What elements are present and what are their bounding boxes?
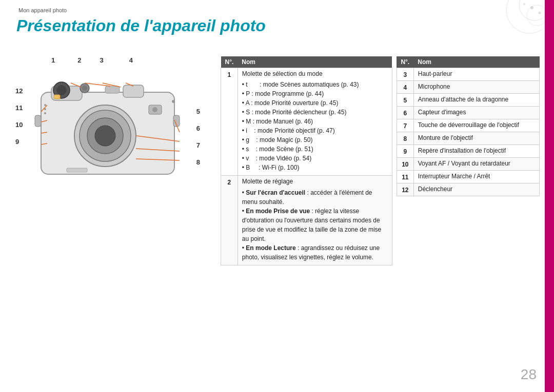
left-table-nom-header: Nom bbox=[238, 56, 392, 68]
table-row: 1 Molette de sélection du mode t : mode … bbox=[221, 68, 392, 176]
svg-point-14 bbox=[95, 126, 115, 146]
row-5-num: 5 bbox=[397, 94, 413, 107]
svg-rect-27 bbox=[67, 168, 87, 172]
bold-text: En mode Prise de vue bbox=[246, 208, 310, 215]
svg-point-2 bbox=[527, 5, 545, 26]
diagram-label-3: 3 bbox=[100, 56, 103, 64]
table-row: 6 Capteur d'images bbox=[397, 107, 539, 119]
table-row: 12 Déclencheur bbox=[397, 183, 539, 196]
bullet-item: B : Wi-Fi (p. 100) bbox=[242, 163, 388, 172]
table-row: 7 Touche de déverrouillage de l'objectif bbox=[397, 119, 539, 132]
right-table: N°. Nom 3 Haut-parleur 4 Microphone 5 An… bbox=[397, 56, 540, 361]
row-1-title: Molette de sélection du mode bbox=[242, 70, 388, 77]
bullet-item: i : mode Priorité objectif (p. 47) bbox=[242, 126, 388, 135]
svg-point-17 bbox=[44, 104, 46, 106]
diagram-label-8: 8 bbox=[196, 158, 200, 166]
table-row: 8 Monture de l'objectif bbox=[397, 132, 539, 145]
svg-point-1 bbox=[519, 0, 545, 20]
table-row: 3 Haut-parleur bbox=[397, 68, 539, 81]
diagram-label-5: 5 bbox=[196, 108, 200, 115]
row-2-title: Molette de réglage bbox=[242, 178, 388, 185]
left-table: N°. Nom 1 Molette de sélection du mode t… bbox=[221, 56, 392, 361]
row-1-content: Molette de sélection du mode t : mode Sc… bbox=[238, 68, 392, 176]
left-table-num-header: N°. bbox=[221, 56, 238, 68]
row-2-num: 2 bbox=[221, 176, 238, 265]
row-12-num: 12 bbox=[397, 183, 413, 196]
bold-text: Sur l'écran d'accueil bbox=[246, 189, 305, 196]
table-row: 9 Repère d'installation de l'objectif bbox=[397, 145, 539, 158]
diagram-label-12: 12 bbox=[15, 87, 23, 95]
svg-point-19 bbox=[44, 112, 46, 114]
right-accent-bar bbox=[545, 0, 554, 392]
svg-rect-26 bbox=[35, 115, 41, 127]
diagram-label-1: 1 bbox=[51, 56, 55, 64]
row-9-num: 9 bbox=[397, 145, 413, 158]
svg-point-4 bbox=[523, 3, 525, 5]
row-4-name: Microphone bbox=[413, 81, 539, 94]
row-8-name: Monture de l'objectif bbox=[413, 132, 539, 145]
bullet-item: s : mode Scène (p. 51) bbox=[242, 145, 388, 154]
camera-diagram: 1 2 3 4 12 11 10 9 5 6 7 8 bbox=[15, 56, 210, 200]
right-table-nom-header: Nom bbox=[413, 56, 539, 68]
diagram-label-2: 2 bbox=[77, 56, 81, 64]
row-11-name: Interrupteur Marche / Arrêt bbox=[413, 171, 539, 183]
svg-point-16 bbox=[152, 107, 157, 112]
table-row: 11 Interrupteur Marche / Arrêt bbox=[397, 171, 539, 183]
deco-circles bbox=[483, 0, 545, 61]
page-title: Présentation de l'appareil photo bbox=[16, 16, 266, 35]
table-row: 10 Voyant AF / Voyant du retardateur bbox=[397, 158, 539, 171]
bullet-item: g : mode Magic (p. 50) bbox=[242, 135, 388, 145]
svg-rect-10 bbox=[123, 85, 144, 97]
bullet-item: P : mode Programme (p. 44) bbox=[242, 89, 388, 98]
table-row: 2 Molette de réglage Sur l'écran d'accue… bbox=[221, 176, 392, 265]
svg-point-0 bbox=[506, 0, 545, 33]
row-1-bullets: t : mode Scènes automatiques (p. 43) P :… bbox=[242, 79, 388, 173]
row-6-name: Capteur d'images bbox=[413, 107, 539, 119]
bullet-item: A : mode Priorité ouverture (p. 45) bbox=[242, 98, 388, 108]
bullet-item: S : mode Priorité déclencheur (p. 45) bbox=[242, 108, 388, 117]
row-11-num: 11 bbox=[397, 171, 413, 183]
breadcrumb: Mon appareil photo bbox=[18, 7, 67, 13]
svg-point-22 bbox=[82, 86, 87, 91]
row-2-bullets: Sur l'écran d'accueil : accéder à l'élém… bbox=[242, 187, 388, 263]
bullet-item: Sur l'écran d'accueil : accéder à l'élém… bbox=[242, 188, 388, 207]
svg-point-5 bbox=[539, 12, 541, 14]
row-10-num: 10 bbox=[397, 158, 413, 171]
table-area: N°. Nom 1 Molette de sélection du mode t… bbox=[221, 56, 540, 361]
svg-rect-23 bbox=[105, 86, 120, 93]
bullet-item: En mode Lecture : agrandissez ou réduise… bbox=[242, 243, 388, 262]
row-3-name: Haut-parleur bbox=[413, 68, 539, 81]
bullet-item: v : mode Vidéo (p. 54) bbox=[242, 154, 388, 163]
row-2-content: Molette de réglage Sur l'écran d'accueil… bbox=[238, 176, 392, 265]
svg-rect-20 bbox=[54, 95, 60, 99]
page-number: 28 bbox=[521, 366, 537, 383]
diagram-label-6: 6 bbox=[196, 125, 200, 132]
row-3-num: 3 bbox=[397, 68, 413, 81]
diagram-label-11: 11 bbox=[15, 104, 23, 112]
row-7-name: Touche de déverrouillage de l'objectif bbox=[413, 119, 539, 132]
diagram-label-4: 4 bbox=[129, 56, 133, 64]
row-1-num: 1 bbox=[221, 68, 238, 176]
table-row: 4 Microphone bbox=[397, 81, 539, 94]
diagram-label-9: 9 bbox=[15, 138, 23, 146]
row-4-num: 4 bbox=[397, 81, 413, 94]
svg-point-24 bbox=[172, 100, 175, 103]
camera-illustration bbox=[26, 77, 190, 190]
row-6-num: 6 bbox=[397, 107, 413, 119]
row-9-name: Repère d'installation de l'objectif bbox=[413, 145, 539, 158]
svg-point-3 bbox=[530, 6, 533, 9]
bullet-item: M : mode Manuel (p. 46) bbox=[242, 117, 388, 126]
svg-point-9 bbox=[56, 85, 67, 95]
row-7-num: 7 bbox=[397, 119, 413, 132]
diagram-label-10: 10 bbox=[15, 121, 23, 129]
row-5-name: Anneau d'attache de la dragonne bbox=[413, 94, 539, 107]
table-row: 5 Anneau d'attache de la dragonne bbox=[397, 94, 539, 107]
bold-text: En mode Lecture bbox=[246, 244, 295, 252]
bullet-item: En mode Prise de vue : réglez la vitesse… bbox=[242, 207, 388, 243]
diagram-label-7: 7 bbox=[196, 141, 200, 149]
row-12-name: Déclencheur bbox=[413, 183, 539, 196]
right-table-num-header: N°. bbox=[397, 56, 413, 68]
row-10-name: Voyant AF / Voyant du retardateur bbox=[413, 158, 539, 171]
bullet-item: t : mode Scènes automatiques (p. 43) bbox=[242, 80, 388, 89]
row-8-num: 8 bbox=[397, 132, 413, 145]
